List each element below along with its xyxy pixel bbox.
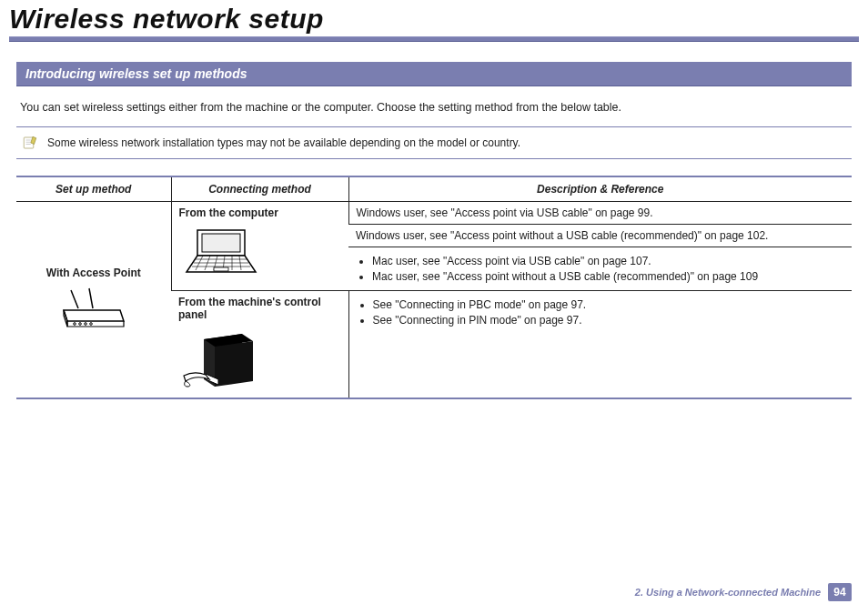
svg-point-6: [73, 323, 76, 326]
note-text: Some wireless network installation types…: [47, 136, 520, 149]
desc-pin: See "Connecting in PIN mode" on page 97.: [373, 314, 845, 327]
svg-rect-20: [214, 267, 228, 271]
printer-icon: [178, 327, 341, 393]
col-header-setup: Set up method: [16, 176, 171, 202]
desc-mac-no-usb: Mac user, see "Access point without a US…: [372, 270, 844, 283]
page-footer: 2. Using a Network-connected Machine 94: [635, 583, 852, 601]
svg-line-4: [71, 290, 78, 308]
desc-win-no-usb: Windows user, see "Access point without …: [348, 225, 852, 247]
connecting-from-panel-label: From the machine's control panel: [178, 296, 341, 321]
access-point-icon: [24, 285, 164, 333]
svg-rect-10: [202, 234, 240, 252]
col-header-description: Description & Reference: [348, 176, 852, 202]
note-icon: [22, 135, 38, 151]
methods-table: Set up method Connecting method Descript…: [16, 176, 852, 399]
page-number-badge: 94: [828, 583, 852, 601]
svg-line-5: [89, 288, 93, 308]
footer-chapter: 2. Using a Network-connected Machine: [635, 587, 821, 598]
section-header: Introducing wireless set up methods: [16, 62, 852, 86]
connecting-from-computer-label: From the computer: [179, 206, 341, 219]
svg-point-9: [89, 323, 92, 326]
desc-win-usb: Windows user, see "Access point via USB …: [348, 202, 852, 225]
page-title: Wireless network setup: [9, 4, 859, 35]
note-box: Some wireless network installation types…: [16, 126, 852, 159]
desc-mac-usb: Mac user, see "Access point via USB cabl…: [372, 255, 844, 267]
table-row: With Access Point: [16, 202, 852, 225]
setup-method-label: With Access Point: [24, 267, 164, 279]
svg-point-8: [84, 323, 86, 326]
col-header-connecting: Connecting method: [171, 176, 348, 202]
section-intro: You can set wireless settings either fro…: [20, 101, 848, 114]
desc-pbc: See "Connecting in PBC mode" on page 97.: [373, 298, 845, 311]
svg-point-7: [78, 323, 81, 326]
laptop-icon: [179, 225, 341, 282]
